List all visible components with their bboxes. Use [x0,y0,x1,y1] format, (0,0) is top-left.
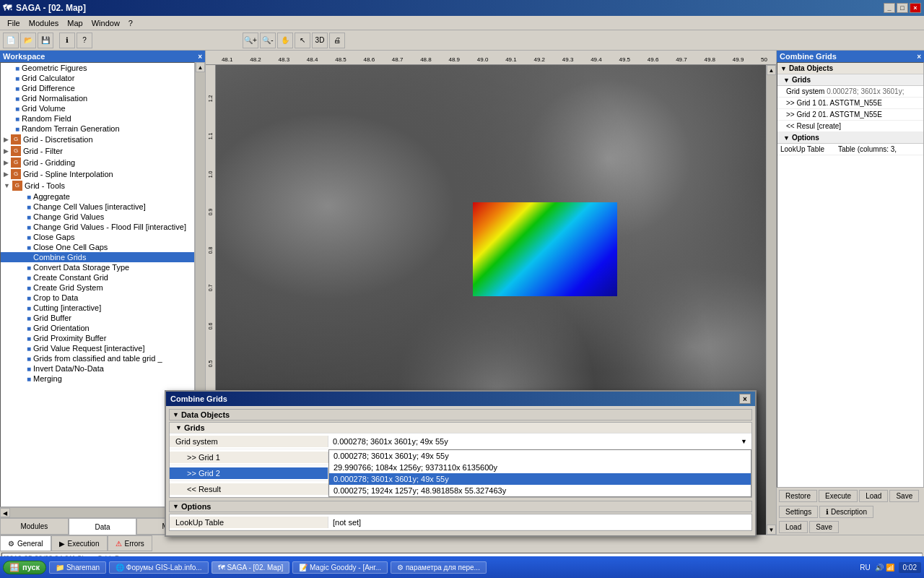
modal-grid-system-row[interactable]: Grid system 0.000278; 3601x 3601y; 49x 5… [170,434,751,449]
tree-item-grid-filter[interactable]: ▶ G Grid - Filter [1,145,194,157]
right-grid2-row[interactable]: >> Grid 2 01. ASTGTM_N55E [777,109,923,121]
workspace-close[interactable]: × [198,53,202,61]
map-vscrollbar[interactable]: ▲ ▼ [766,65,776,535]
tree-item-aggregate[interactable]: ■ Aggregate [1,191,194,202]
right-grid-system-row[interactable]: Grid system 0.000278; 3601x 3601y; [777,86,923,98]
toolbar-new[interactable]: 📄 [3,33,19,48]
tree-item-change-grid-values-flood[interactable]: ■ Change Grid Values - Flood Fill [inter… [1,222,194,232]
tree-item-close-gaps[interactable]: ■ Close Gaps [1,232,194,242]
dropdown-option-0[interactable]: 0.000278; 3601x 3601y; 49x 55y [329,450,751,462]
toolbar-help[interactable]: ? [77,33,92,48]
minimize-button[interactable]: _ [884,3,895,13]
toolbar-open[interactable]: 📂 [20,33,36,48]
start-button[interactable]: 🪟 пуск [3,561,46,574]
side-save-button[interactable]: Save [809,521,839,533]
maximize-button[interactable]: □ [897,3,908,13]
tree-item-create-constant-grid[interactable]: ■ Create Constant Grid [1,272,194,282]
tab-errors[interactable]: ⚠ Errors [108,535,152,551]
message-tabs: ⚙ General ▶ Execution ⚠ Errors [0,535,924,551]
menu-window[interactable]: Window [87,17,124,29]
tree-item-grid-tools[interactable]: ▼ G Grid - Tools [1,180,194,191]
map-print[interactable]: 🖨 [329,33,345,48]
restore-button[interactable]: Restore [779,490,817,502]
side-load-button[interactable]: Load [779,521,808,533]
modal-options-header[interactable]: ▼ Options [169,501,752,512]
taskbar-item-magic-gooddy[interactable]: 📝 Magic Gooddy - [Анг... [292,561,388,574]
right-save-button[interactable]: Save [889,490,919,502]
menu-map[interactable]: Map [63,17,87,29]
tree-item-grid-normalisation[interactable]: ■ Grid Normalisation [1,93,194,103]
tree-item-change-cell-values-interactive[interactable]: ■ Change Cell Values [interactive] [1,202,194,212]
tree-item-grid-spline[interactable]: ▶ G Grid - Spline Interpolation [1,168,194,180]
right-load-button[interactable]: Load [859,490,888,502]
menu-modules[interactable]: Modules [25,17,64,29]
options-section[interactable]: ▼ Options [777,132,923,144]
tree-item-grid-gridding[interactable]: ▶ G Grid - Gridding [1,157,194,168]
map-select[interactable]: ↖ [295,33,310,48]
clock: 0:02 [899,562,921,573]
menu-help[interactable]: ? [124,17,137,29]
tab-general[interactable]: ⚙ General [0,535,51,551]
tree-item-geometric-figures[interactable]: ■ Geometric Figures [1,63,194,73]
map-3d[interactable]: 3D [312,33,328,48]
map-zoom-out[interactable]: 🔍- [260,33,276,48]
taskbar-item-parametra[interactable]: ⚙ параметра для пере... [391,561,487,574]
modal-grids-header[interactable]: ▼ Grids [170,423,751,434]
right-lookup-row[interactable]: LookUp Table Table (columns: 3, [777,144,923,155]
menu-file[interactable]: File [3,17,25,29]
execute-button[interactable]: Execute [819,490,858,502]
toolbar-save[interactable]: 💾 [38,33,53,48]
tree-item-grid-buffer[interactable]: ■ Grid Buffer [1,313,194,323]
tree-item-convert-data-storage[interactable]: ■ Convert Data Storage Type [1,262,194,272]
tree-item-random-field[interactable]: ■ Random Field [1,113,194,124]
right-grid1-row[interactable]: >> Grid 1 01. ASTGTM_N55E [777,98,923,109]
taskbar-item-forums[interactable]: 🌐 Форумы GIS-Lab.info... [109,561,209,574]
dropdown-option-2[interactable]: 0.000278; 3601x 3601y; 49x 55y [329,473,751,485]
dropdown-option-3[interactable]: 0.000275; 1924x 1257y; 48.981858x 55.327… [329,485,751,496]
tree-item-merging[interactable]: ■ Merging [1,374,194,384]
tree-item-grid-calculator[interactable]: ■ Grid Calculator [1,73,194,83]
tree-item-invert-data[interactable]: ■ Invert Data/No-Data [1,363,194,374]
combine-grids-dialog[interactable]: Combine Grids × ▼ Data Objects ▼ Grids [165,390,757,537]
map-zoom-in[interactable]: 🔍+ [243,33,258,48]
tree-item-grids-from-classified[interactable]: ■ Grids from classified and table grid _ [1,353,194,363]
settings-button[interactable]: Settings [779,506,818,518]
modal-lookup-row[interactable]: LookUp Table [not set] [170,514,751,530]
tree-item-combine-grids[interactable]: ■ Combine Grids [1,252,194,262]
tree-item-close-one-cell-gaps[interactable]: ■ Close One Cell Gaps [1,242,194,252]
tree-item-cutting-interactive[interactable]: ■ Cutting [interactive] [1,303,194,313]
title-bar-buttons: _ □ × [884,3,921,13]
tab-data[interactable]: Data [69,518,137,535]
modal-close-button[interactable]: × [739,394,751,404]
tab-execution[interactable]: ▶ Execution [51,535,108,551]
close-button[interactable]: × [910,3,921,13]
tree-item-create-grid-system[interactable]: ■ Create Grid System [1,282,194,293]
tree-item-change-grid-values[interactable]: ■ Change Grid Values [1,212,194,222]
tree-item-grid-discretisation[interactable]: ▶ G Grid - Discretisation [1,134,194,145]
title-bar: 🗺 SAGA - [02. Map] _ □ × [0,0,924,16]
tree-item-grid-value-request[interactable]: ■ Grid Value Request [interactive] [1,343,194,353]
data-objects-section[interactable]: ▼ Data Objects [777,63,923,74]
modal-data-objects-header[interactable]: ▼ Data Objects [169,409,752,420]
right-panel-close[interactable]: × [917,53,921,61]
description-button[interactable]: ℹ Description [819,506,873,518]
right-result-row[interactable]: << Resul [create] [777,121,923,132]
taskbar-item-saga[interactable]: 🗺 SAGA - [02. Map] [212,561,290,574]
dropdown-arrow[interactable]: ▼ [741,438,747,445]
taskbar-item-shareman[interactable]: 📁 Shareman [49,561,106,574]
tab-modules[interactable]: Modules [0,518,69,535]
dropdown-option-1[interactable]: 29.990766; 1084x 1256y; 9373110x 6135600… [329,462,751,473]
grid-system-dropdown[interactable]: 0.000278; 3601x 3601y; 49x 55y 29.990766… [328,449,751,497]
tree-item-grid-volume[interactable]: ■ Grid Volume [1,103,194,113]
tree-item-grid-difference[interactable]: ■ Grid Difference [1,83,194,93]
tree-item-grid-proximity-buffer[interactable]: ■ Grid Proximity Buffer [1,333,194,343]
tree-item-grid-orientation[interactable]: ■ Grid Orientation [1,323,194,333]
map-pan[interactable]: ✋ [277,33,293,48]
tree-item-random-terrain[interactable]: ■ Random Terrain Generation [1,124,194,134]
modal-body: ▼ Data Objects ▼ Grids Grid system [166,406,755,535]
toolbar-info[interactable]: ℹ [59,33,75,48]
tree-item-crop-to-data[interactable]: ■ Crop to Data [1,293,194,303]
grids-section[interactable]: ▼ Grids [777,74,923,86]
right-panel-tree: ▼ Data Objects ▼ Grids Grid system 0.000… [777,62,924,488]
modal-title-bar: Combine Grids × [166,392,755,406]
